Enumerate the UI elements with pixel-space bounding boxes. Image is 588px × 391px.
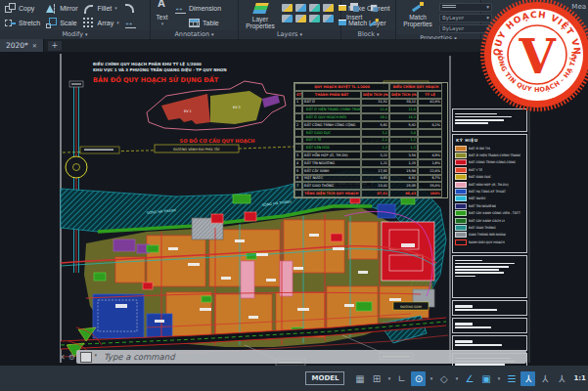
new-tab-button[interactable]: + [48, 41, 62, 51]
isometric-drafting-icon[interactable]: ◇ [436, 371, 451, 386]
table-button[interactable]: Table [187, 16, 222, 29]
text-button[interactable]: Text [154, 1, 170, 27]
mirror-button[interactable]: Mirror [44, 1, 78, 15]
panel-label-layers[interactable]: Layers [239, 30, 340, 39]
table-cell: 11,8 [389, 106, 418, 113]
layer-icon[interactable] [323, 4, 334, 12]
layer-icon[interactable] [323, 15, 334, 22]
table-cell: 42,8% [418, 99, 442, 107]
layer-tools-grid[interactable] [282, 1, 335, 23]
layer-icon[interactable] [282, 4, 293, 12]
match-properties-button[interactable]: Match Properties [399, 1, 436, 27]
legend-swatch [455, 196, 467, 201]
legend-item: RANH GIỚI QUY HOẠCH [455, 239, 524, 245]
scale-indicator[interactable]: 1:1 [573, 374, 586, 382]
svg-text:KHU VỰC 1 VÀ 3 PHƯỜNG TRẦN QUA: KHU VỰC 1 VÀ 3 PHƯỜNG TRẦN QUANG DIỆU - … [93, 66, 227, 72]
object-snap-icon[interactable]: ▣ [478, 371, 493, 386]
stamp-star-icon: ★ [573, 54, 578, 60]
section-box [452, 318, 527, 333]
table-cell [418, 106, 442, 113]
table-cell [294, 137, 302, 145]
customize-icon[interactable]: ⚙ [68, 353, 75, 362]
legend-item: ĐẤT GIAO THÔNG [455, 224, 524, 231]
edit-block-icon [370, 18, 380, 27]
trim-button[interactable] [123, 16, 138, 29]
table-cell: 35,8% [418, 182, 442, 190]
legend-swatch [455, 203, 467, 209]
ribbon-panel-annotation: Text Dimension Table Annotation [151, 0, 239, 39]
section-box [452, 300, 527, 316]
table-cell: ĐẤT Ở HIỆN TRẠNG CHỈNH TRANG [302, 106, 361, 113]
table-cell: 1,3 [389, 144, 418, 152]
legend-swatch [455, 210, 467, 216]
table-cell: 15,94 [389, 167, 418, 175]
annotation-visibility-icon[interactable]: ⅄ [520, 371, 535, 386]
table-cell: ĐẤT Ở [302, 99, 361, 107]
table-cell: 1,15 [389, 159, 418, 167]
array-button[interactable]: Array [81, 16, 119, 29]
mirror-icon [45, 2, 58, 15]
grid-display-icon[interactable]: ▦ [352, 371, 367, 386]
close-icon[interactable] [32, 41, 37, 50]
chevron-down-icon [375, 30, 380, 38]
legend-label: ĐẤT GIÁO DỤC [469, 175, 491, 179]
stretch-button[interactable]: Stretch [3, 16, 41, 29]
copy-button[interactable]: Copy [3, 1, 41, 15]
chevron-down-icon[interactable]: ▾ [495, 375, 502, 381]
chevron-down-icon[interactable]: ▾ [385, 375, 392, 381]
snap-mode-icon[interactable]: ⊞ [369, 371, 384, 386]
panel-label-modify[interactable]: Modify [0, 30, 150, 39]
panel-label-annotation[interactable]: Annotation [151, 30, 238, 39]
commandline-grip[interactable]: ✕⚙ [59, 351, 76, 364]
table-cell: 17,92 [361, 167, 389, 175]
array-icon [82, 17, 95, 29]
create-block-icon [370, 3, 380, 13]
table-cell: 22,4% [418, 167, 442, 175]
scale-button[interactable]: FilletScale [44, 16, 78, 29]
layer-icon[interactable] [295, 15, 306, 22]
table-cell: 30,12 [389, 99, 418, 107]
edit-block-button[interactable] [367, 16, 382, 29]
insert-button[interactable]: Insert [344, 1, 364, 27]
legend-swatch [455, 182, 467, 188]
legend-label: ĐẤT CÂY XANH CÔNG VIÊN - TDTT [469, 211, 520, 215]
table-cell: 7 [294, 182, 302, 190]
object-snap-tracking-icon[interactable]: ∠ [462, 371, 476, 386]
legend-swatch [455, 225, 467, 231]
table-cell: 8,2% [418, 121, 442, 129]
layer-properties-button[interactable]: Layer Properties [242, 1, 279, 29]
autoscale-icon[interactable]: ⅄ [537, 371, 552, 386]
legend-item: MẶT NƯỚC [455, 196, 524, 202]
layer-icon[interactable] [309, 15, 320, 22]
layer-icon[interactable] [309, 4, 320, 12]
chamfer-button[interactable] [123, 1, 138, 15]
table-cell: ĐẤT CÔNG TRÌNH CÔNG CỘNG [302, 121, 361, 129]
legend-item: ĐẤT GIÁO DỤC [455, 174, 524, 181]
ortho-mode-icon[interactable]: ∟ [394, 371, 409, 386]
layer-icon[interactable] [295, 4, 306, 12]
fillet-button[interactable]: Fillet [81, 1, 119, 15]
panel-label-block[interactable]: Block [341, 30, 395, 39]
chevron-down-icon[interactable]: ▾ [428, 375, 434, 381]
legend-label: ĐẤT GIAO THÔNG [469, 226, 496, 230]
annotation-scale-icon[interactable]: ⅄ [554, 371, 568, 386]
polar-tracking-icon[interactable]: ⊙ [411, 371, 426, 386]
model-space-button[interactable]: MODEL [305, 371, 344, 385]
recent-commands-icon[interactable] [80, 352, 92, 363]
layer-icon[interactable] [282, 15, 293, 22]
table-cell: 3,4 [389, 129, 418, 137]
table-cell: 100% [418, 190, 442, 197]
table-cell: ĐẤT GIÁO DỤC [302, 129, 361, 137]
dimension-button[interactable]: Dimension [173, 1, 222, 15]
chevron-down-icon[interactable]: ▾ [453, 375, 460, 381]
drawing-tab[interactable]: 2020* [0, 39, 44, 52]
table-cell: ĐẤT Y TẾ [302, 137, 361, 145]
table-cell [418, 137, 442, 145]
lineweight-display-icon[interactable]: ☰ [504, 371, 519, 386]
command-line[interactable]: Type a command [76, 350, 526, 364]
command-prompt[interactable]: Type a command [104, 352, 175, 362]
create-block-button[interactable] [367, 1, 382, 15]
legend-label: ĐẤT HỖN HỢP (Ở, TM-DV) [469, 183, 509, 187]
close-icon[interactable]: ✕ [59, 353, 66, 362]
table-cell: DIỆN TÍCH (HA) [361, 91, 389, 99]
